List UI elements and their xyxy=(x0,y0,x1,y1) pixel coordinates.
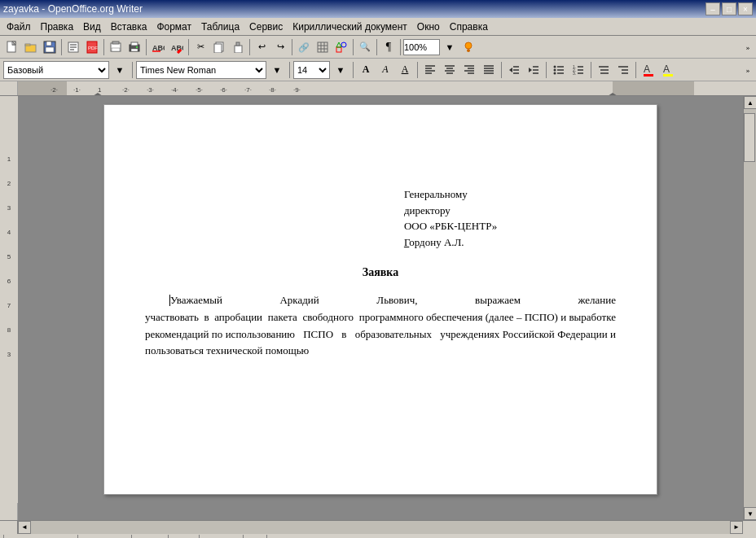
print-button[interactable] xyxy=(125,38,143,56)
style-dropdown-button[interactable]: ▼ xyxy=(111,61,129,79)
decrease-indent-button[interactable] xyxy=(595,61,613,79)
menu-format[interactable]: Формат xyxy=(152,20,196,34)
svg-text:·2·: ·2· xyxy=(122,86,130,94)
selection-mode-status[interactable]: СТАНД xyxy=(200,535,244,539)
svg-text:6: 6 xyxy=(7,278,11,285)
format-separator-8 xyxy=(635,62,636,78)
ordered-list-button[interactable]: 1.2.3. xyxy=(569,61,587,79)
table-button[interactable] xyxy=(314,38,332,56)
format-separator-4 xyxy=(417,62,418,78)
menu-view[interactable]: Вид xyxy=(78,20,106,34)
edit-button[interactable] xyxy=(64,38,82,56)
title-bar: zayavka - OpenOffice.org Writer – □ × xyxy=(0,0,756,18)
additional-status xyxy=(244,535,267,539)
toolbar-separator-9 xyxy=(400,39,401,55)
format-toolbar-expand[interactable]: » xyxy=(743,61,753,79)
font-size-select[interactable]: 14 xyxy=(293,61,330,79)
italic-button[interactable]: A xyxy=(376,61,394,79)
svg-text:PDF: PDF xyxy=(88,46,98,50)
address-line-3: ООО «РБК-ЦЕНТР» xyxy=(404,218,616,234)
svg-text:3.: 3. xyxy=(573,71,576,76)
maximize-button[interactable]: □ xyxy=(722,2,736,15)
pdf-button[interactable]: PDF xyxy=(83,38,101,56)
print-preview-button[interactable] xyxy=(107,38,125,56)
autocorrect-button[interactable]: ABC xyxy=(168,38,186,56)
toolbar-expand-button[interactable]: » xyxy=(743,38,753,56)
zoom-status[interactable]: 100% xyxy=(132,535,169,539)
toolbar-separator-4 xyxy=(188,39,189,55)
scroll-left-button[interactable]: ◄ xyxy=(18,521,31,534)
font-select[interactable]: Times New Roman xyxy=(136,61,266,79)
close-button[interactable]: × xyxy=(738,2,753,15)
redo-button[interactable]: ↪ xyxy=(271,38,289,56)
find-button[interactable]: 🔍 xyxy=(356,38,374,56)
hyperlink-button[interactable]: 🔗 xyxy=(295,38,313,56)
format-toolbar: Базовый ▼ Times New Roman ▼ 14 ▼ A A A 1… xyxy=(0,59,756,81)
unordered-list-button[interactable] xyxy=(550,61,568,79)
ruler: ·2· ·1· 1 ·2· ·3· ·4· ·5· ·6· ·7· ·8· ·9… xyxy=(0,81,756,96)
svg-text:A: A xyxy=(663,63,670,75)
svg-rect-86 xyxy=(613,81,694,96)
menu-insert[interactable]: Вставка xyxy=(106,20,152,34)
scroll-down-button[interactable]: ▼ xyxy=(744,507,756,520)
insert-mode-status[interactable]: ВСТ xyxy=(169,535,200,539)
spellcheck-button[interactable]: ABC xyxy=(149,38,167,56)
svg-text:🔗: 🔗 xyxy=(298,42,310,53)
toolbar-separator-5 xyxy=(249,39,250,55)
scroll-thumb[interactable] xyxy=(744,113,755,162)
document-title: Заявка xyxy=(145,266,616,279)
open-button[interactable] xyxy=(22,38,40,56)
svg-text:1: 1 xyxy=(7,155,11,163)
save-button[interactable] xyxy=(41,38,59,56)
font-color-button[interactable]: A xyxy=(640,61,657,79)
address-line-2: директору xyxy=(404,203,616,219)
svg-point-62 xyxy=(554,65,556,68)
menu-window[interactable]: Окно xyxy=(412,20,445,34)
svg-marker-54 xyxy=(509,68,512,72)
left-ruler: 1 2 3 4 5 6 7 8 3 xyxy=(0,96,18,520)
format-separator-3 xyxy=(353,62,354,78)
zoom-input[interactable]: 100% xyxy=(403,39,440,55)
nonprint-chars-button[interactable]: ¶ xyxy=(380,38,398,56)
paste-button[interactable] xyxy=(229,38,247,56)
align-center-button[interactable] xyxy=(441,61,459,79)
bold-button[interactable]: A xyxy=(357,61,375,79)
show-draw-button[interactable] xyxy=(332,38,350,56)
highlight-color-button[interactable]: A xyxy=(659,61,677,79)
scroll-track xyxy=(744,109,756,507)
align-left-button[interactable] xyxy=(421,61,439,79)
copy-button[interactable] xyxy=(210,38,228,56)
svg-text:8: 8 xyxy=(7,326,11,334)
menu-table[interactable]: Таблица xyxy=(196,20,244,34)
menu-help[interactable]: Справка xyxy=(445,20,493,34)
status-bar: Страница 1 / 2 Обычный 100% ВСТ СТАНД xyxy=(0,533,756,538)
svg-text:4: 4 xyxy=(7,229,11,236)
new-button[interactable] xyxy=(3,38,21,56)
minimize-button[interactable]: – xyxy=(705,2,720,15)
outdent-button[interactable] xyxy=(505,61,523,79)
help-agent-button[interactable] xyxy=(459,38,477,56)
menu-edit[interactable]: Правка xyxy=(36,20,79,34)
svg-point-37 xyxy=(467,49,470,52)
indent-button[interactable] xyxy=(525,61,543,79)
zoom-dropdown[interactable]: ▼ xyxy=(441,38,459,56)
cut-button[interactable]: ✂ xyxy=(191,38,209,56)
scroll-up-button[interactable]: ▲ xyxy=(744,96,756,109)
underline-button[interactable]: A xyxy=(396,61,414,79)
menu-cyrillic[interactable]: Кириллический документ xyxy=(288,20,412,34)
svg-rect-6 xyxy=(46,47,54,52)
font-dropdown-button[interactable]: ▼ xyxy=(268,61,286,79)
menu-tools[interactable]: Сервис xyxy=(244,20,288,34)
page-count-status: Страница 1 / 2 xyxy=(3,535,78,539)
menu-file[interactable]: Файл xyxy=(2,20,36,34)
increase-indent-button[interactable] xyxy=(614,61,632,79)
scroll-right-button[interactable]: ► xyxy=(730,521,743,534)
svg-rect-28 xyxy=(318,42,327,52)
paragraph-style-select[interactable]: Базовый xyxy=(3,61,109,79)
svg-text:7: 7 xyxy=(7,302,11,309)
undo-button[interactable]: ↩ xyxy=(253,38,270,56)
size-dropdown-button[interactable]: ▼ xyxy=(332,61,349,79)
align-right-button[interactable] xyxy=(460,61,478,79)
align-justify-button[interactable] xyxy=(480,61,498,79)
svg-marker-35 xyxy=(336,42,341,47)
